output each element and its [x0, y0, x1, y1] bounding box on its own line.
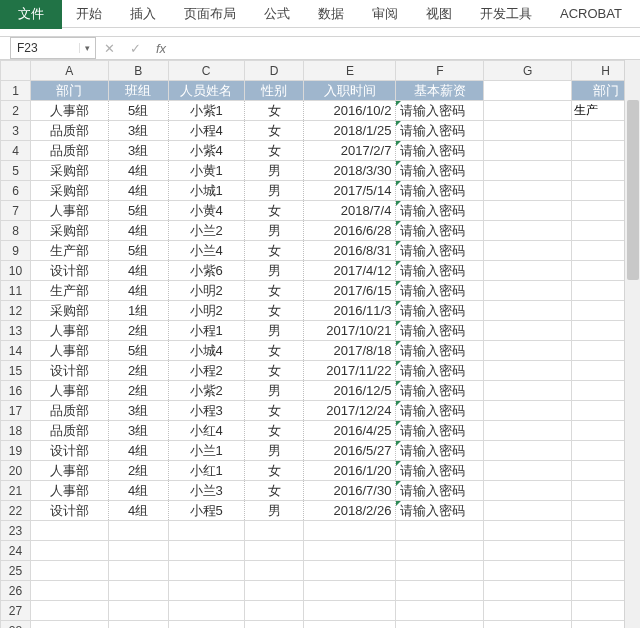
- cell[interactable]: [484, 601, 572, 621]
- cell[interactable]: [108, 581, 168, 601]
- cell-salary[interactable]: 请输入密码: [396, 241, 484, 261]
- cell[interactable]: 采购部: [30, 161, 108, 181]
- cell[interactable]: 小紫6: [168, 261, 244, 281]
- cell[interactable]: 2016/1/20: [304, 461, 396, 481]
- cell[interactable]: 2017/4/12: [304, 261, 396, 281]
- cell[interactable]: [168, 561, 244, 581]
- table-header-cell[interactable]: 部门: [30, 81, 108, 101]
- tab-file[interactable]: 文件: [0, 0, 62, 29]
- cell[interactable]: [244, 601, 304, 621]
- cell-salary[interactable]: 请输入密码: [396, 281, 484, 301]
- cell-salary[interactable]: 请输入密码: [396, 101, 484, 121]
- cell[interactable]: [484, 81, 572, 101]
- cell[interactable]: [484, 281, 572, 301]
- cell[interactable]: 2016/10/2: [304, 101, 396, 121]
- cell[interactable]: 人事部: [30, 381, 108, 401]
- cell[interactable]: 4组: [108, 501, 168, 521]
- table-header-cell[interactable]: 人员姓名: [168, 81, 244, 101]
- cell[interactable]: [108, 561, 168, 581]
- cell[interactable]: 4组: [108, 221, 168, 241]
- table-header-cell[interactable]: 性别: [244, 81, 304, 101]
- cell[interactable]: [484, 541, 572, 561]
- cell[interactable]: 2组: [108, 461, 168, 481]
- cell[interactable]: [108, 541, 168, 561]
- cell-salary[interactable]: 请输入密码: [396, 301, 484, 321]
- row-header[interactable]: 22: [1, 501, 31, 521]
- cell[interactable]: 小黄4: [168, 201, 244, 221]
- cell[interactable]: 2016/8/31: [304, 241, 396, 261]
- cell-salary[interactable]: 请输入密码: [396, 461, 484, 481]
- cell[interactable]: [304, 521, 396, 541]
- cell[interactable]: 4组: [108, 261, 168, 281]
- cell[interactable]: 设计部: [30, 441, 108, 461]
- cell[interactable]: [108, 621, 168, 629]
- cell[interactable]: [484, 101, 572, 121]
- cell[interactable]: 男: [244, 181, 304, 201]
- row-header[interactable]: 6: [1, 181, 31, 201]
- cell[interactable]: [168, 541, 244, 561]
- table-header-cell[interactable]: 班组: [108, 81, 168, 101]
- row-header[interactable]: 17: [1, 401, 31, 421]
- cell[interactable]: 设计部: [30, 361, 108, 381]
- cell[interactable]: 生产部: [30, 241, 108, 261]
- cell[interactable]: [168, 601, 244, 621]
- cell[interactable]: [304, 541, 396, 561]
- cell[interactable]: 女: [244, 121, 304, 141]
- cell[interactable]: 小红4: [168, 421, 244, 441]
- cell[interactable]: [484, 561, 572, 581]
- cell[interactable]: 女: [244, 481, 304, 501]
- cell[interactable]: [30, 561, 108, 581]
- cell[interactable]: 男: [244, 321, 304, 341]
- cell[interactable]: 女: [244, 461, 304, 481]
- cell[interactable]: 2016/5/27: [304, 441, 396, 461]
- cell[interactable]: 4组: [108, 181, 168, 201]
- cell[interactable]: 5组: [108, 241, 168, 261]
- cell[interactable]: [30, 541, 108, 561]
- cell[interactable]: 2016/6/28: [304, 221, 396, 241]
- cell[interactable]: 品质部: [30, 401, 108, 421]
- col-header-A[interactable]: A: [30, 61, 108, 81]
- cell[interactable]: [304, 621, 396, 629]
- cell[interactable]: 品质部: [30, 121, 108, 141]
- cell[interactable]: [396, 521, 484, 541]
- cell[interactable]: 2016/4/25: [304, 421, 396, 441]
- cell[interactable]: 4组: [108, 281, 168, 301]
- cell[interactable]: 人事部: [30, 101, 108, 121]
- cell[interactable]: [304, 561, 396, 581]
- cell[interactable]: 2017/6/15: [304, 281, 396, 301]
- row-header[interactable]: 15: [1, 361, 31, 381]
- cell[interactable]: 2组: [108, 381, 168, 401]
- cell[interactable]: [484, 481, 572, 501]
- cell[interactable]: 3组: [108, 121, 168, 141]
- tab-formulas[interactable]: 公式: [250, 0, 304, 29]
- row-header[interactable]: 18: [1, 421, 31, 441]
- row-header[interactable]: 4: [1, 141, 31, 161]
- cell[interactable]: 2017/10/21: [304, 321, 396, 341]
- cell-salary[interactable]: 请输入密码: [396, 261, 484, 281]
- formula-input[interactable]: [174, 38, 640, 58]
- cell[interactable]: 小兰4: [168, 241, 244, 261]
- row-header[interactable]: 12: [1, 301, 31, 321]
- col-header-F[interactable]: F: [396, 61, 484, 81]
- cell[interactable]: [168, 521, 244, 541]
- cell[interactable]: [244, 541, 304, 561]
- cell[interactable]: [108, 521, 168, 541]
- cell-salary[interactable]: 请输入密码: [396, 121, 484, 141]
- row-header[interactable]: 28: [1, 621, 31, 629]
- col-header-G[interactable]: G: [484, 61, 572, 81]
- cell[interactable]: 2组: [108, 361, 168, 381]
- row-header[interactable]: 1: [1, 81, 31, 101]
- cell[interactable]: [244, 561, 304, 581]
- cell[interactable]: 生产部: [30, 281, 108, 301]
- cell[interactable]: 小程3: [168, 401, 244, 421]
- row-header[interactable]: 7: [1, 201, 31, 221]
- cell[interactable]: 2组: [108, 321, 168, 341]
- cell[interactable]: [484, 421, 572, 441]
- cell[interactable]: [30, 601, 108, 621]
- cell[interactable]: 3组: [108, 141, 168, 161]
- name-box[interactable]: F23 ▾: [10, 37, 96, 59]
- cell[interactable]: [396, 601, 484, 621]
- cell[interactable]: [484, 401, 572, 421]
- cell[interactable]: [484, 141, 572, 161]
- cell[interactable]: 3组: [108, 421, 168, 441]
